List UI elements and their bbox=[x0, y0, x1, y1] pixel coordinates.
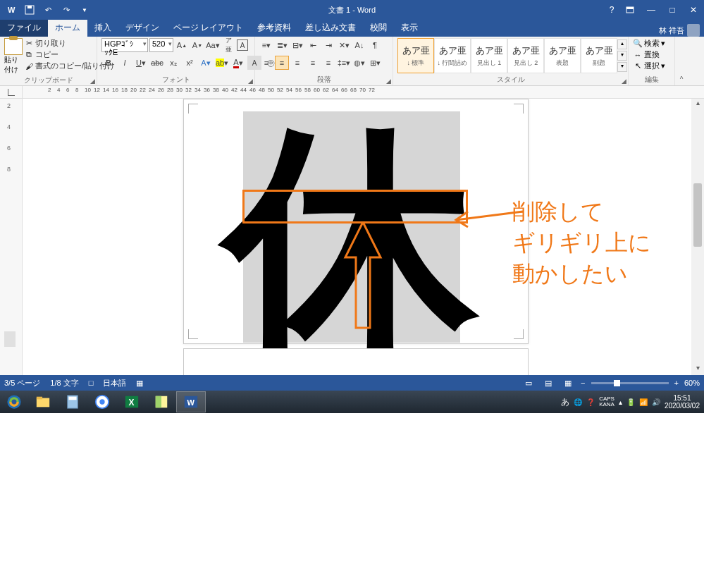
page[interactable]: 休 bbox=[183, 99, 529, 344]
word-count[interactable]: 1/8 文字 bbox=[50, 378, 78, 388]
show-marks-button[interactable]: ¶ bbox=[368, 38, 382, 52]
underline-button[interactable]: U▾ bbox=[134, 56, 148, 70]
tab-insert[interactable]: 挿入 bbox=[87, 19, 118, 37]
font-size-combo[interactable]: 520▾ bbox=[149, 38, 173, 52]
undo-button[interactable]: ↶ bbox=[39, 2, 56, 18]
style-normal[interactable]: あア亜↓ 標準 bbox=[397, 38, 434, 73]
style-subtitle[interactable]: あア亜副題 bbox=[581, 38, 617, 73]
word-button[interactable]: W bbox=[176, 391, 206, 412]
tab-review[interactable]: 校閲 bbox=[363, 19, 394, 37]
style-heading2[interactable]: あア亜見出し 2 bbox=[507, 38, 544, 73]
scroll-up-icon[interactable]: ▴ bbox=[691, 99, 704, 110]
tab-view[interactable]: 表示 bbox=[394, 19, 425, 37]
network-icon[interactable]: 📶 bbox=[639, 398, 648, 406]
strike-button[interactable]: abc bbox=[150, 56, 164, 70]
bullets-button[interactable]: ≡▾ bbox=[259, 38, 273, 52]
vertical-ruler[interactable]: 2 4 6 8 bbox=[0, 99, 23, 375]
zoom-slider[interactable] bbox=[591, 382, 669, 384]
change-case-button[interactable]: Aa▾ bbox=[206, 38, 220, 52]
dialog-launcher-icon[interactable]: ◢ bbox=[386, 78, 391, 85]
italic-button[interactable]: I bbox=[118, 56, 132, 70]
caps-kana[interactable]: CAPSKANA bbox=[599, 396, 615, 408]
tab-file[interactable]: ファイル bbox=[0, 19, 48, 37]
tray-icon[interactable]: 🌐 bbox=[574, 398, 582, 406]
sticky-notes-button[interactable] bbox=[147, 391, 176, 412]
save-button[interactable] bbox=[21, 2, 38, 18]
paste-button[interactable]: 貼り付け bbox=[4, 38, 23, 75]
justify-button[interactable]: ≡ bbox=[306, 56, 320, 70]
clock[interactable]: 15:51 2020/03/02 bbox=[665, 394, 700, 410]
increase-indent-button[interactable]: ⇥ bbox=[321, 38, 335, 52]
styles-more[interactable]: ▴▾▾ bbox=[617, 38, 627, 73]
battery-icon[interactable]: 🔋 bbox=[626, 398, 635, 406]
numbering-button[interactable]: ≣▾ bbox=[275, 38, 289, 52]
dialog-launcher-icon[interactable]: ◢ bbox=[90, 78, 95, 85]
superscript-button[interactable]: x² bbox=[183, 56, 197, 70]
decrease-indent-button[interactable]: ⇤ bbox=[306, 38, 320, 52]
scroll-up-icon[interactable]: ▴ bbox=[617, 39, 627, 49]
font-color-button[interactable]: A▾ bbox=[231, 56, 245, 70]
text-selection[interactable]: 休 bbox=[243, 111, 460, 343]
tray-expand-icon[interactable]: ▴ bbox=[619, 398, 622, 406]
find-button[interactable]: 🔍検索▾ bbox=[633, 38, 665, 49]
help-button[interactable]: ? bbox=[604, 3, 619, 17]
align-center-button[interactable]: ≡ bbox=[275, 56, 289, 70]
qat-customize-icon[interactable]: ▼ bbox=[76, 2, 93, 18]
multilevel-button[interactable]: ⊟▾ bbox=[290, 38, 304, 52]
sort-button[interactable]: A↓ bbox=[352, 38, 366, 52]
zoom-level[interactable]: 60% bbox=[684, 379, 700, 387]
align-left-button[interactable]: ≡ bbox=[259, 56, 273, 70]
ribbon-display-button[interactable] bbox=[619, 3, 641, 17]
chrome-button[interactable] bbox=[87, 391, 117, 412]
start-button[interactable] bbox=[0, 391, 28, 412]
user-account[interactable]: 林 祥吾 bbox=[659, 24, 704, 37]
maximize-button[interactable]: □ bbox=[662, 3, 683, 17]
expand-icon[interactable]: ▾ bbox=[617, 62, 627, 72]
replace-button[interactable]: ↔置換 bbox=[633, 49, 665, 60]
calculator-button[interactable] bbox=[58, 391, 87, 412]
distribute-button[interactable]: ≡ bbox=[321, 56, 335, 70]
tab-references[interactable]: 参考資料 bbox=[250, 19, 298, 37]
tab-design[interactable]: デザイン bbox=[118, 19, 166, 37]
scroll-down-icon[interactable]: ▾ bbox=[617, 51, 627, 61]
char-border-button[interactable]: A bbox=[237, 39, 248, 51]
collapse-ribbon-button[interactable]: ^ bbox=[675, 37, 688, 85]
slider-thumb[interactable] bbox=[614, 380, 620, 386]
language[interactable]: 日本語 bbox=[103, 378, 126, 388]
dialog-launcher-icon[interactable]: ◢ bbox=[622, 78, 626, 85]
zoom-out-button[interactable]: − bbox=[581, 379, 585, 387]
ruby-button[interactable]: ア亜 bbox=[221, 38, 235, 52]
tab-home[interactable]: ホーム bbox=[48, 19, 87, 37]
spell-check-icon[interactable]: □ bbox=[89, 379, 94, 387]
borders-button[interactable]: ⊞▾ bbox=[368, 56, 382, 70]
minimize-button[interactable]: — bbox=[641, 3, 662, 17]
shrink-font-button[interactable]: A▼ bbox=[190, 38, 204, 52]
text-effects-button[interactable]: A▾ bbox=[199, 56, 213, 70]
vertical-scrollbar[interactable]: ▴ ▾ bbox=[691, 99, 704, 375]
highlight-button[interactable]: ab▾ bbox=[215, 56, 229, 70]
asian-layout-button[interactable]: ✕▾ bbox=[337, 38, 351, 52]
style-heading1[interactable]: あア亜見出し 1 bbox=[471, 38, 507, 73]
excel-button[interactable]: X bbox=[117, 391, 147, 412]
explorer-button[interactable] bbox=[28, 391, 58, 412]
close-button[interactable]: ✕ bbox=[683, 3, 704, 17]
read-mode-button[interactable]: ▭ bbox=[521, 377, 536, 388]
tab-mailings[interactable]: 差し込み文書 bbox=[298, 19, 363, 37]
web-layout-button[interactable]: ▦ bbox=[561, 377, 575, 388]
select-button[interactable]: ↖選択▾ bbox=[633, 61, 665, 71]
tab-selector[interactable] bbox=[0, 86, 23, 98]
subscript-button[interactable]: x₂ bbox=[166, 56, 180, 70]
redo-button[interactable]: ↷ bbox=[58, 2, 75, 18]
scroll-down-icon[interactable]: ▾ bbox=[691, 364, 704, 375]
volume-icon[interactable]: 🔊 bbox=[652, 398, 660, 406]
page-number[interactable]: 3/5 ページ bbox=[4, 378, 40, 388]
style-nospacing[interactable]: あア亜↓ 行間詰め bbox=[434, 38, 471, 73]
line-spacing-button[interactable]: ‡≡▾ bbox=[337, 56, 351, 70]
tab-layout[interactable]: ページ レイアウト bbox=[166, 19, 250, 37]
macro-icon[interactable]: ▦ bbox=[136, 379, 143, 388]
shading-button[interactable]: ◍▾ bbox=[352, 56, 366, 70]
bold-button[interactable]: B bbox=[101, 56, 116, 70]
align-right-button[interactable]: ≡ bbox=[290, 56, 304, 70]
style-title[interactable]: あア亜表題 bbox=[544, 38, 581, 73]
font-name-combo[interactable]: HGPｺﾞｼｯｸE▾ bbox=[101, 38, 148, 52]
